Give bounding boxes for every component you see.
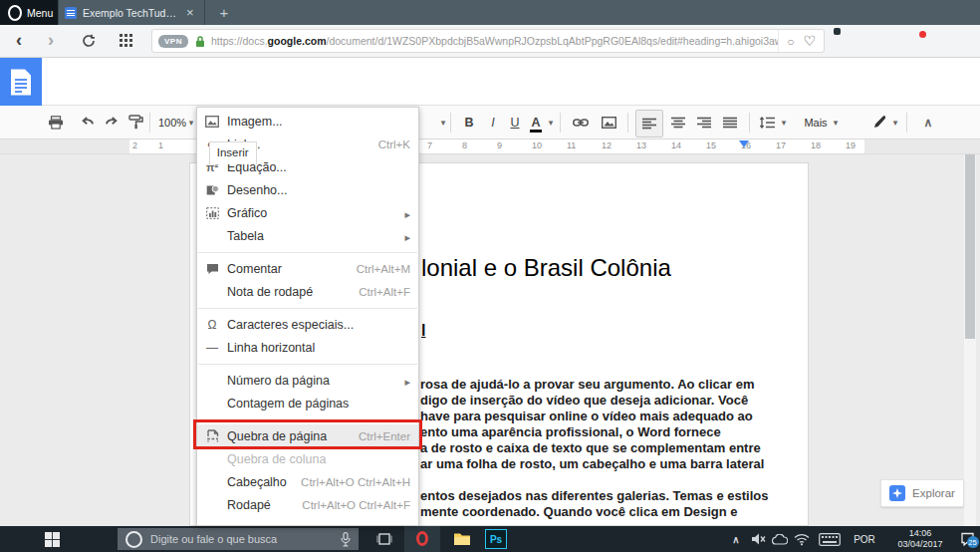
address-bar: ‹ › VPN https://docs.google.com/document… bbox=[0, 25, 980, 58]
menu-item-grafico[interactable]: Gráfico bbox=[197, 201, 418, 224]
forward-button[interactable]: › bbox=[48, 25, 54, 56]
onedrive-cloud-icon[interactable] bbox=[769, 526, 791, 552]
zoom-caret-icon[interactable] bbox=[187, 106, 195, 138]
align-right-button[interactable] bbox=[691, 106, 717, 138]
menu-inserir[interactable]: Inserir bbox=[209, 141, 257, 164]
menu-item-desenho[interactable]: Desenho... bbox=[197, 178, 418, 201]
language-indicator[interactable]: POR bbox=[849, 526, 880, 552]
edit-mode-pencil-icon[interactable] bbox=[868, 106, 890, 138]
ruler-number: 10 bbox=[532, 140, 542, 150]
ruler-number: 14 bbox=[671, 140, 681, 150]
text-color-button[interactable]: A bbox=[528, 106, 544, 138]
opera-menu-button[interactable]: Menu bbox=[0, 0, 58, 25]
vpn-badge[interactable]: VPN bbox=[158, 35, 188, 48]
explore-button[interactable]: Explorar bbox=[880, 479, 964, 507]
align-left-button[interactable] bbox=[635, 110, 663, 138]
annotation-rectangle bbox=[193, 419, 422, 449]
redo-button[interactable] bbox=[100, 106, 123, 138]
vertical-scrollbar[interactable] bbox=[964, 154, 976, 526]
menu-item-comentar[interactable]: Comentar Ctrl+Alt+M bbox=[197, 257, 418, 280]
omega-icon bbox=[197, 318, 227, 332]
browser-tab-bar: Menu Exemplo TechTudo - Docu × + bbox=[0, 0, 980, 25]
start-page-icon[interactable] bbox=[787, 32, 794, 50]
italic-button[interactable]: I bbox=[482, 106, 504, 138]
reload-button[interactable] bbox=[82, 34, 96, 48]
menu-item-nota-de-rodape[interactable]: Nota de rodapé Ctrl+Alt+F bbox=[197, 280, 418, 303]
more-button[interactable]: Mais bbox=[801, 106, 831, 138]
more-caret-icon[interactable] bbox=[831, 106, 841, 138]
microphone-icon[interactable] bbox=[341, 532, 351, 547]
text-color-letter: A bbox=[531, 116, 540, 130]
document-body-line: ar uma folha de rosto, um cabeçalho e um… bbox=[420, 456, 764, 471]
cortana-icon bbox=[125, 531, 142, 548]
document-body-line: ento uma aparência profissional, o Word … bbox=[420, 424, 721, 439]
date: 03/04/2017 bbox=[897, 539, 942, 549]
underline-button[interactable]: U bbox=[504, 106, 526, 138]
menu-item-tabela[interactable]: Tabela bbox=[197, 224, 418, 247]
margin-marker-icon[interactable] bbox=[739, 140, 749, 147]
wifi-icon[interactable] bbox=[791, 526, 813, 552]
menu-item-cabecalho[interactable]: Cabeçalho Ctrl+Alt+O Ctrl+Alt+H bbox=[197, 470, 418, 493]
image-icon bbox=[197, 116, 227, 128]
back-button[interactable]: ‹ bbox=[16, 25, 22, 56]
ruler-number: 8 bbox=[462, 140, 467, 150]
start-button[interactable] bbox=[30, 526, 74, 552]
clock[interactable]: 14:0603/04/2017 bbox=[886, 526, 954, 552]
cortana-search-box[interactable]: Digite ou fale o que busca bbox=[118, 528, 359, 550]
docs-logo[interactable] bbox=[0, 58, 42, 106]
menu-item-rodape[interactable]: Rodapé Ctrl+Alt+O Ctrl+Alt+F bbox=[197, 493, 418, 516]
search-placeholder: Digite ou fale o que busca bbox=[150, 533, 277, 545]
font-size-caret-icon[interactable] bbox=[438, 106, 448, 138]
file-explorer-button[interactable] bbox=[446, 526, 478, 552]
document-canvas: lonial e o Brasil Colônia l rosa de ajud… bbox=[0, 154, 980, 526]
docs-favicon-icon bbox=[65, 7, 77, 19]
undo-button[interactable] bbox=[76, 106, 100, 138]
document-body-line: have para pesquisar online o vídeo mais … bbox=[420, 409, 753, 423]
line-spacing-button[interactable] bbox=[755, 106, 779, 138]
insert-link-button[interactable] bbox=[568, 106, 594, 138]
action-center-button[interactable]: 25 bbox=[954, 526, 980, 552]
new-tab-button[interactable]: + bbox=[211, 2, 237, 23]
text-color-caret-icon[interactable] bbox=[546, 106, 556, 138]
paint-format-button[interactable] bbox=[123, 106, 147, 138]
scrollbar-thumb[interactable] bbox=[965, 154, 975, 339]
photoshop-icon: Ps bbox=[485, 529, 507, 549]
browser-tab[interactable]: Exemplo TechTudo - Docu × bbox=[58, 0, 205, 25]
touch-keyboard-icon[interactable] bbox=[815, 526, 845, 552]
chart-icon bbox=[197, 207, 227, 219]
opera-taskbar-button[interactable] bbox=[404, 526, 440, 552]
speed-dial-grid-icon[interactable] bbox=[120, 34, 132, 47]
task-view-button[interactable] bbox=[368, 526, 400, 552]
align-center-button[interactable] bbox=[665, 106, 691, 138]
tray-expand-icon[interactable] bbox=[727, 526, 745, 552]
notification-badge: 25 bbox=[967, 536, 979, 548]
menu-item-imagem[interactable]: Imagem... bbox=[197, 110, 418, 133]
close-tab-icon[interactable]: × bbox=[186, 6, 194, 19]
menu-item-caracteres-especiais[interactable]: Caracteres especiais... bbox=[197, 313, 418, 336]
opera-menu-label: Menu bbox=[27, 7, 53, 19]
menu-item-contagem-de-paginas[interactable]: Contagem de páginas bbox=[197, 392, 418, 414]
bookmark-heart-icon[interactable] bbox=[803, 32, 816, 50]
photoshop-button[interactable]: Ps bbox=[480, 526, 512, 552]
document-subheading: l bbox=[421, 322, 425, 340]
docs-header: Exemplo TechTudo Arquivo Editar Visualiz… bbox=[0, 58, 980, 105]
insert-image-button[interactable] bbox=[596, 106, 621, 138]
docs-toolbar: 100% B I U A bbox=[0, 105, 980, 139]
bold-button[interactable]: B bbox=[458, 106, 480, 138]
edit-mode-caret-icon[interactable] bbox=[890, 106, 900, 138]
print-button[interactable] bbox=[44, 106, 68, 138]
menu-item-numero-da-pagina[interactable]: Número da página bbox=[197, 369, 418, 392]
line-spacing-caret-icon[interactable] bbox=[779, 106, 789, 138]
collapse-toolbar-icon[interactable]: ∧ bbox=[916, 106, 940, 138]
volume-muted-icon[interactable] bbox=[747, 526, 769, 552]
document-body-line: mente coordenado. Quando você clica em D… bbox=[420, 504, 738, 519]
zoom-select[interactable]: 100% bbox=[155, 106, 189, 138]
zoom-value: 100% bbox=[158, 117, 186, 129]
url-path: /document/d/1WZS0PXbpdcbjB5aWwnpRJOzpsbL… bbox=[327, 35, 779, 47]
align-justify-button[interactable] bbox=[717, 106, 743, 138]
ruler-number: 13 bbox=[636, 140, 646, 150]
submenu-arrow-icon bbox=[404, 372, 410, 390]
url-field[interactable]: VPN https://docs.google.com/document/d/1… bbox=[151, 29, 825, 53]
menu-item-linha-horizontal[interactable]: Linha horizontal bbox=[197, 336, 418, 359]
opera-logo-icon bbox=[8, 5, 22, 21]
